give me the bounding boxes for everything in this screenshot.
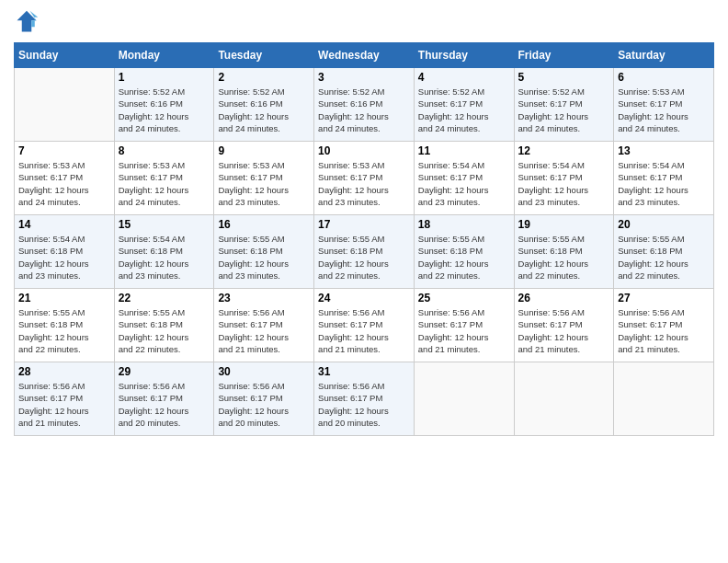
day-number: 16 xyxy=(218,218,310,231)
day-info: Sunrise: 5:53 AM Sunset: 6:17 PM Dayligh… xyxy=(119,159,210,208)
day-info: Sunrise: 5:56 AM Sunset: 6:17 PM Dayligh… xyxy=(318,380,410,429)
day-info: Sunrise: 5:53 AM Sunset: 6:17 PM Dayligh… xyxy=(18,159,110,208)
day-number: 29 xyxy=(119,365,210,378)
calendar-cell: 30Sunrise: 5:56 AM Sunset: 6:17 PM Dayli… xyxy=(214,362,314,436)
calendar-week-row: 14Sunrise: 5:54 AM Sunset: 6:18 PM Dayli… xyxy=(15,215,714,289)
day-number: 14 xyxy=(18,218,110,231)
calendar-cell: 21Sunrise: 5:55 AM Sunset: 6:18 PM Dayli… xyxy=(15,289,115,362)
day-number: 5 xyxy=(518,71,610,84)
calendar-cell xyxy=(514,362,614,436)
header-day-sunday: Sunday xyxy=(15,43,115,68)
calendar-cell: 1Sunrise: 5:52 AM Sunset: 6:16 PM Daylig… xyxy=(114,68,214,142)
day-number: 7 xyxy=(18,144,110,157)
calendar-cell: 22Sunrise: 5:55 AM Sunset: 6:18 PM Dayli… xyxy=(114,289,214,362)
day-number: 30 xyxy=(218,365,310,378)
calendar-cell: 18Sunrise: 5:55 AM Sunset: 6:18 PM Dayli… xyxy=(414,215,514,289)
logo xyxy=(14,9,714,35)
calendar-cell: 3Sunrise: 5:52 AM Sunset: 6:16 PM Daylig… xyxy=(314,68,415,142)
calendar-cell: 8Sunrise: 5:53 AM Sunset: 6:17 PM Daylig… xyxy=(114,142,214,215)
day-number: 19 xyxy=(518,218,610,231)
day-info: Sunrise: 5:54 AM Sunset: 6:17 PM Dayligh… xyxy=(418,159,510,208)
day-number: 22 xyxy=(119,292,210,304)
day-number: 8 xyxy=(119,144,210,157)
day-number: 31 xyxy=(318,365,410,378)
day-number: 15 xyxy=(119,218,210,231)
day-number: 27 xyxy=(618,292,710,304)
calendar-cell: 14Sunrise: 5:54 AM Sunset: 6:18 PM Dayli… xyxy=(15,215,115,289)
day-number: 26 xyxy=(518,292,610,304)
calendar-header-row: SundayMondayTuesdayWednesdayThursdayFrid… xyxy=(15,43,714,68)
calendar-cell: 24Sunrise: 5:56 AM Sunset: 6:17 PM Dayli… xyxy=(314,289,415,362)
calendar-cell: 2Sunrise: 5:52 AM Sunset: 6:16 PM Daylig… xyxy=(214,68,314,142)
calendar-cell: 12Sunrise: 5:54 AM Sunset: 6:17 PM Dayli… xyxy=(514,142,614,215)
day-info: Sunrise: 5:55 AM Sunset: 6:18 PM Dayligh… xyxy=(218,233,310,282)
header-day-saturday: Saturday xyxy=(614,43,714,68)
day-info: Sunrise: 5:55 AM Sunset: 6:18 PM Dayligh… xyxy=(518,233,610,282)
day-info: Sunrise: 5:52 AM Sunset: 6:17 PM Dayligh… xyxy=(518,86,610,134)
day-info: Sunrise: 5:54 AM Sunset: 6:18 PM Dayligh… xyxy=(18,233,110,282)
day-info: Sunrise: 5:55 AM Sunset: 6:18 PM Dayligh… xyxy=(119,306,210,355)
day-number: 23 xyxy=(218,292,310,304)
day-info: Sunrise: 5:56 AM Sunset: 6:17 PM Dayligh… xyxy=(218,380,310,429)
header-day-friday: Friday xyxy=(514,43,614,68)
calendar-cell: 19Sunrise: 5:55 AM Sunset: 6:18 PM Dayli… xyxy=(514,215,614,289)
day-info: Sunrise: 5:53 AM Sunset: 6:17 PM Dayligh… xyxy=(218,159,310,208)
calendar-cell: 11Sunrise: 5:54 AM Sunset: 6:17 PM Dayli… xyxy=(414,142,514,215)
calendar-week-row: 7Sunrise: 5:53 AM Sunset: 6:17 PM Daylig… xyxy=(15,142,714,215)
day-info: Sunrise: 5:54 AM Sunset: 6:17 PM Dayligh… xyxy=(618,159,710,208)
calendar-cell: 31Sunrise: 5:56 AM Sunset: 6:17 PM Dayli… xyxy=(314,362,415,436)
header-day-monday: Monday xyxy=(114,43,214,68)
day-number: 25 xyxy=(418,292,510,304)
calendar-week-row: 1Sunrise: 5:52 AM Sunset: 6:16 PM Daylig… xyxy=(15,68,714,142)
calendar-cell xyxy=(414,362,514,436)
day-info: Sunrise: 5:52 AM Sunset: 6:16 PM Dayligh… xyxy=(318,86,410,134)
calendar-cell: 28Sunrise: 5:56 AM Sunset: 6:17 PM Dayli… xyxy=(15,362,115,436)
day-info: Sunrise: 5:55 AM Sunset: 6:18 PM Dayligh… xyxy=(318,233,410,282)
day-number: 17 xyxy=(318,218,410,231)
calendar-cell: 16Sunrise: 5:55 AM Sunset: 6:18 PM Dayli… xyxy=(214,215,314,289)
calendar-cell xyxy=(614,362,714,436)
day-info: Sunrise: 5:55 AM Sunset: 6:18 PM Dayligh… xyxy=(418,233,510,282)
calendar-cell: 29Sunrise: 5:56 AM Sunset: 6:17 PM Dayli… xyxy=(114,362,214,436)
day-number: 2 xyxy=(218,71,310,84)
day-number: 3 xyxy=(318,71,410,84)
day-info: Sunrise: 5:56 AM Sunset: 6:17 PM Dayligh… xyxy=(218,306,310,355)
calendar-cell: 27Sunrise: 5:56 AM Sunset: 6:17 PM Dayli… xyxy=(614,289,714,362)
generalblue-icon xyxy=(14,9,40,35)
day-number: 12 xyxy=(518,144,610,157)
day-info: Sunrise: 5:56 AM Sunset: 6:17 PM Dayligh… xyxy=(318,306,410,355)
day-number: 4 xyxy=(418,71,510,84)
day-number: 24 xyxy=(318,292,410,304)
calendar-cell: 23Sunrise: 5:56 AM Sunset: 6:17 PM Dayli… xyxy=(214,289,314,362)
day-number: 6 xyxy=(618,71,710,84)
calendar-cell: 20Sunrise: 5:55 AM Sunset: 6:18 PM Dayli… xyxy=(614,215,714,289)
day-info: Sunrise: 5:56 AM Sunset: 6:17 PM Dayligh… xyxy=(518,306,610,355)
day-info: Sunrise: 5:52 AM Sunset: 6:16 PM Dayligh… xyxy=(119,86,210,134)
header-day-thursday: Thursday xyxy=(414,43,514,68)
calendar-cell: 17Sunrise: 5:55 AM Sunset: 6:18 PM Dayli… xyxy=(314,215,415,289)
day-info: Sunrise: 5:56 AM Sunset: 6:17 PM Dayligh… xyxy=(418,306,510,355)
day-info: Sunrise: 5:56 AM Sunset: 6:17 PM Dayligh… xyxy=(119,380,210,429)
day-number: 11 xyxy=(418,144,510,157)
calendar-cell: 13Sunrise: 5:54 AM Sunset: 6:17 PM Dayli… xyxy=(614,142,714,215)
calendar-cell: 10Sunrise: 5:53 AM Sunset: 6:17 PM Dayli… xyxy=(314,142,415,215)
calendar-table: SundayMondayTuesdayWednesdayThursdayFrid… xyxy=(14,42,714,436)
calendar-week-row: 21Sunrise: 5:55 AM Sunset: 6:18 PM Dayli… xyxy=(15,289,714,362)
day-info: Sunrise: 5:53 AM Sunset: 6:17 PM Dayligh… xyxy=(618,86,710,134)
calendar-cell: 15Sunrise: 5:54 AM Sunset: 6:18 PM Dayli… xyxy=(114,215,214,289)
day-info: Sunrise: 5:54 AM Sunset: 6:17 PM Dayligh… xyxy=(518,159,610,208)
day-info: Sunrise: 5:54 AM Sunset: 6:18 PM Dayligh… xyxy=(119,233,210,282)
calendar-cell: 5Sunrise: 5:52 AM Sunset: 6:17 PM Daylig… xyxy=(514,68,614,142)
day-info: Sunrise: 5:56 AM Sunset: 6:17 PM Dayligh… xyxy=(18,380,110,429)
day-info: Sunrise: 5:55 AM Sunset: 6:18 PM Dayligh… xyxy=(18,306,110,355)
calendar-cell xyxy=(15,68,115,142)
day-info: Sunrise: 5:52 AM Sunset: 6:17 PM Dayligh… xyxy=(418,86,510,134)
calendar-cell: 7Sunrise: 5:53 AM Sunset: 6:17 PM Daylig… xyxy=(15,142,115,215)
calendar-week-row: 28Sunrise: 5:56 AM Sunset: 6:17 PM Dayli… xyxy=(15,362,714,436)
day-number: 18 xyxy=(418,218,510,231)
day-number: 13 xyxy=(618,144,710,157)
calendar-cell: 25Sunrise: 5:56 AM Sunset: 6:17 PM Dayli… xyxy=(414,289,514,362)
header-day-wednesday: Wednesday xyxy=(314,43,415,68)
day-info: Sunrise: 5:52 AM Sunset: 6:16 PM Dayligh… xyxy=(218,86,310,134)
day-info: Sunrise: 5:55 AM Sunset: 6:18 PM Dayligh… xyxy=(618,233,710,282)
